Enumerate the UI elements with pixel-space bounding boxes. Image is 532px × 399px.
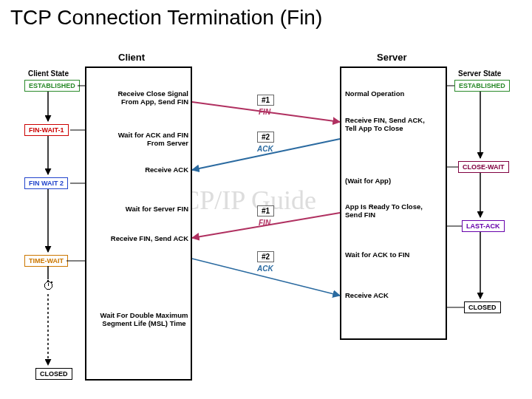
server-evt-1: Normal Operation [345,90,434,98]
client-evt-2: Wait for ACK and FIN From Server [100,132,188,148]
tcp-termination-diagram: The TCP/IP Guide Client Server Client St… [22,44,510,384]
server-state-established: ESTABLISHED [454,80,510,92]
client-state-finwait1: FIN-WAIT-1 [24,124,69,136]
msg1-label: #1 [257,95,274,106]
client-evt-4: Wait for Server FIN [100,205,188,214]
server-evt-6: Receive ACK [345,292,434,300]
client-state-timewait: TIME-WAIT [24,255,68,267]
server-evt-5: Wait for ACK to FIN [345,251,434,259]
server-evt-4: App Is Ready To Close, Send FIN [345,203,434,219]
msg4-type: ACK [257,265,273,273]
server-state-lastack: LAST-ACK [462,220,505,232]
page-title: TCP Connection Termination (Fin) [0,0,532,33]
msg2-label: #2 [257,132,274,143]
client-evt-6: Wait For Double Maximum Segment Life (MS… [100,312,188,328]
server-state-closewait: CLOSE-WAIT [458,161,509,173]
client-state-header: Client State [28,69,69,78]
server-state-header: Server State [458,69,501,78]
msg1-type: FIN [259,108,270,116]
client-state-finwait2: FIN WAIT 2 [24,177,68,189]
msg2-type: ACK [257,145,273,153]
client-header: Client [118,52,145,63]
server-evt-2: Receive FIN, Send ACK, Tell App To Close [345,117,434,133]
msg4-label: #2 [257,251,274,262]
svg-line-9 [192,139,340,170]
server-state-closed: CLOSED [464,301,501,313]
msg3-type: FIN [259,219,270,227]
server-evt-3: (Wait for App) [345,177,434,185]
msg3-label: #1 [257,205,274,216]
client-evt-3: Receive ACK [100,166,188,174]
client-state-closed: CLOSED [35,368,72,380]
clock-icon: ⏱ [43,279,55,293]
client-evt-1: Receive Close Signal From App, Send FIN [100,90,188,106]
client-state-established: ESTABLISHED [24,80,80,92]
client-evt-5: Receive FIN, Send ACK [100,235,188,243]
client-box [85,66,192,381]
server-header: Server [377,52,406,63]
